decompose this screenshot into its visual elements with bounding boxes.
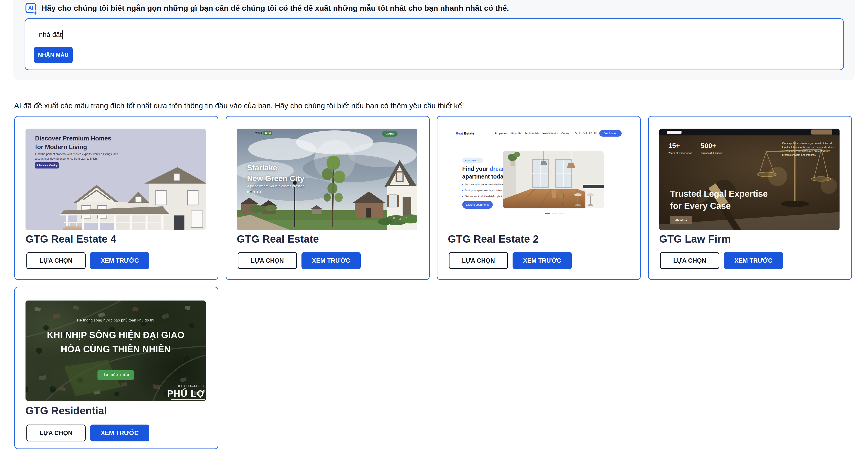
book-now-badge: Book Now xyxy=(462,158,483,164)
sparkle-icon xyxy=(33,10,38,16)
law-about-paragraph: Our experienced attorneys provide tailor… xyxy=(782,141,837,157)
interior-photo xyxy=(503,151,603,208)
residential-kicker: Hệ thống sông nước bao phủ toàn khu đô t… xyxy=(26,318,206,322)
card-actions: LỰA CHỌN XEM TRƯỚC xyxy=(26,425,149,442)
card-title: GTG Residential xyxy=(26,404,107,417)
card-title: GTG Law Firm xyxy=(659,233,731,245)
prompt-header: AI Hãy cho chúng tôi biết ngắn gọn những… xyxy=(26,3,509,13)
carousel-dot xyxy=(257,191,258,193)
prompt-input-value: nhà đất xyxy=(39,30,63,39)
bullet-dot xyxy=(462,190,463,191)
contact-button: Contact xyxy=(382,131,398,137)
nav-link: How It Works xyxy=(542,132,558,135)
card-actions: LỰA CHỌN XEM TRƯỚC xyxy=(238,252,361,269)
nav-link: About Us xyxy=(510,132,521,135)
card-title: GTG Real Estate xyxy=(237,233,319,245)
select-button[interactable]: LỰA CHỌN xyxy=(26,252,86,269)
preview2-tagline: A place where value elevates prestige xyxy=(247,184,304,188)
carousel-dots xyxy=(247,191,261,193)
law-mockup-navbar xyxy=(659,129,840,136)
carousel-dot xyxy=(247,191,249,193)
crm-badge: CRM xyxy=(264,131,272,135)
stat-cases: 500+ Successful Cases xyxy=(701,142,722,154)
text-caret xyxy=(62,30,63,39)
card-actions: LỰA CHỌN XEM TRƯỚC xyxy=(660,252,783,269)
card-preview-apartment-site: Real Estate Properties About Us Testimon… xyxy=(448,129,628,230)
prompt-textarea[interactable]: nhà đất NHẬN MẪU xyxy=(25,18,844,70)
mockup-brand: Real Estate xyxy=(456,131,474,135)
law-heading: Trusted Legal Expertise for Every Case xyxy=(670,188,768,212)
carousel-dot-active xyxy=(250,191,252,193)
preview-button[interactable]: XEM TRƯỚC xyxy=(513,252,572,269)
carousel-bar xyxy=(552,213,557,214)
card-title: GTG Real Estate 4 xyxy=(26,233,116,245)
select-button[interactable]: LỰA CHỌN xyxy=(26,425,86,442)
law-logo-placeholder xyxy=(667,131,682,134)
template-card-gtg-real-estate: GTG CRM Contact Starlake New Green City … xyxy=(226,116,430,280)
preview-button[interactable]: XEM TRƯỚC xyxy=(302,252,361,269)
carousel-bar xyxy=(559,213,564,214)
card-actions: LỰA CHỌN XEM TRƯỚC xyxy=(449,252,572,269)
interior-illustration xyxy=(503,151,603,208)
mockup-navbar: Real Estate Properties About Us Testimon… xyxy=(448,129,628,138)
nav-link: Contact xyxy=(561,132,570,135)
card-preview-starlake: GTG CRM Contact Starlake New Green City … xyxy=(237,129,417,230)
district-divider xyxy=(171,399,205,400)
template-grid: Discover Premium Homes for Modern Living… xyxy=(14,116,861,451)
learn-more-button: TÌM HIỂU THÊM xyxy=(97,370,134,380)
card-preview-law-firm: 15+ Years of Experience 500+ Successful … xyxy=(659,129,840,230)
nav-link: Testimonials xyxy=(525,132,539,135)
template-card-gtg-residential: Hệ thống sông nước bao phủ toàn khu đô t… xyxy=(14,287,218,449)
about-us-button: About Us xyxy=(670,216,692,224)
phone-icon xyxy=(575,132,578,134)
carousel-bar-active xyxy=(545,213,550,214)
carousel-dot xyxy=(253,191,255,193)
results-note: AI đã đề xuất các mẫu trang đích tốt nhấ… xyxy=(14,102,464,110)
bullet-dot xyxy=(462,184,463,185)
prompt-heading: Hãy cho chúng tôi biết ngắn gọn những gì… xyxy=(41,4,509,12)
mockup-carousel-indicators xyxy=(545,213,564,214)
preview3-heading: Find your dream apartment today xyxy=(462,165,507,180)
get-started-button: Get Started xyxy=(599,130,622,137)
preview-button[interactable]: XEM TRƯỚC xyxy=(724,252,783,269)
select-button[interactable]: LỰA CHỌN xyxy=(449,252,508,269)
stat-years: 15+ Years of Experience xyxy=(668,142,692,154)
preview2-logo: GTG CRM xyxy=(255,131,272,135)
district-label: KHU DÂN CƯ PHÚ LỢ QUẬN 8 xyxy=(167,384,205,401)
card-title: GTG Real Estate 2 xyxy=(448,233,539,245)
explore-apartments-button: Explore apartments xyxy=(462,201,493,208)
mockup-phone: +1 234 567 890 xyxy=(575,132,597,134)
preview-button[interactable]: XEM TRƯỚC xyxy=(90,252,149,269)
preview1-subtext: Find the perfect property with trusted e… xyxy=(35,152,118,161)
template-card-gtg-real-estate-2: Real Estate Properties About Us Testimon… xyxy=(437,116,641,280)
card-preview-premium-homes: Discover Premium Homes for Modern Living… xyxy=(26,129,206,230)
mockup-nav-links: Properties About Us Testimonials How It … xyxy=(495,132,570,135)
bullet-dot xyxy=(462,196,463,197)
gtg-logo-text: GTG xyxy=(255,131,262,135)
carousel-dot xyxy=(260,191,261,193)
template-card-gtg-real-estate-4: Discover Premium Homes for Modern Living… xyxy=(14,116,218,280)
schedule-viewing-button: Schedule a Viewing xyxy=(35,162,59,169)
ai-icon: AI xyxy=(26,3,36,13)
card-actions: LỰA CHỌN XEM TRƯỚC xyxy=(26,252,149,269)
preview2-heading: Starlake New Green City xyxy=(247,162,304,184)
select-button[interactable]: LỰA CHỌN xyxy=(238,252,297,269)
get-templates-button[interactable]: NHẬN MẪU xyxy=(34,47,73,63)
house-illustration xyxy=(60,164,206,230)
card-preview-residential-aerial: Hệ thống sông nước bao phủ toàn khu đô t… xyxy=(26,301,206,401)
template-card-gtg-law-firm: 15+ Years of Experience 500+ Successful … xyxy=(648,116,852,280)
law-nav-button xyxy=(811,130,832,135)
residential-heading: KHI NHỊP SỐNG HIỆN ĐẠI GIAO HÒA CÙNG THI… xyxy=(26,328,206,356)
template-suggestion-page: AI Hãy cho chúng tôi biết ngắn gọn những… xyxy=(0,0,868,451)
law-stats: 15+ Years of Experience 500+ Successful … xyxy=(668,142,722,154)
nav-link: Properties xyxy=(495,132,507,135)
key-icon xyxy=(478,159,480,162)
prompt-panel: AI Hãy cho chúng tôi biết ngắn gọn những… xyxy=(13,0,855,80)
select-button[interactable]: LỰA CHỌN xyxy=(660,252,719,269)
preview1-heading: Discover Premium Homes for Modern Living xyxy=(35,134,111,151)
preview-button[interactable]: XEM TRƯỚC xyxy=(90,425,149,442)
